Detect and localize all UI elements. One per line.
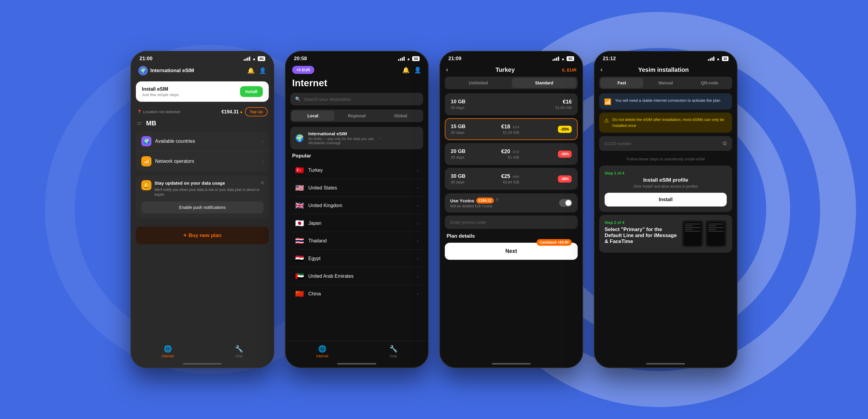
balance-topup-group: €194.31 ● Top Up <box>221 107 268 117</box>
tab-regional[interactable]: Regional <box>336 111 378 121</box>
warning-card: ⚠ Do not delete the eSIM after installat… <box>599 112 732 133</box>
question-icon[interactable]: ? <box>496 198 498 203</box>
phones-container: 21:00 ▲ 3G 🌍 International eSIM 🔔 👤 <box>130 51 738 368</box>
step2-card: Step 2 of 4 Select "Primary" for the Def… <box>599 215 732 253</box>
search-icon: 🔍 <box>295 96 301 102</box>
country-turkey[interactable]: 🇹🇷 Turkey › <box>290 162 423 179</box>
plan-20gb-price: €20 €32 €1 /GB <box>501 149 519 160</box>
mb-row: MB <box>131 118 274 131</box>
search-bar[interactable]: 🔍 Search your destination <box>290 93 423 105</box>
network-operators-label: Network operators <box>155 159 262 164</box>
country-thailand[interactable]: 🇹🇭 Thailand › <box>290 232 423 250</box>
esim-global-item[interactable]: 🌍 International eSIM No limits — pay onl… <box>290 127 423 149</box>
p1-menu: 🌍 Available countries › 📶 Network operat… <box>136 131 269 171</box>
country-uk[interactable]: 🇬🇧 United Kingdom › <box>290 197 423 214</box>
tab-bar-1: 🌐 Internet 🔧 Help <box>131 341 274 361</box>
tab-fast[interactable]: Fast <box>600 78 643 88</box>
ycoins-label-wrap: Use Ycoins €194.31 ? <box>450 197 498 203</box>
p1-header-icons: 🔔 👤 <box>247 67 267 74</box>
ycoins-info: Use Ycoins €194.31 ? Will be debited €18… <box>450 197 498 208</box>
network-badge-3: 3G <box>567 56 574 61</box>
p1-app-title: International eSIM <box>150 68 194 74</box>
status-icons-1: ▲ 3G <box>244 56 265 61</box>
signal-icon-2 <box>398 57 405 61</box>
toggle-switch[interactable] <box>559 199 572 207</box>
tab-manual[interactable]: Manual <box>644 78 687 88</box>
install-esim-card: Install eSIM Just few simple steps Insta… <box>136 82 269 102</box>
copy-icon[interactable]: ⧉ <box>723 140 727 147</box>
chevron-thailand: › <box>417 238 418 243</box>
bell-icon-2[interactable]: 🔔 <box>402 66 410 74</box>
plan-30gb[interactable]: 30 GB 30 days €25 €48 €0.84 /GB -48% <box>445 168 578 190</box>
buy-new-plan-button[interactable]: Buy new plan <box>136 227 269 244</box>
discount-25: -25% <box>558 126 572 133</box>
tab-internet-2[interactable]: 🌐 Internet <box>316 345 328 358</box>
chevron-us: › <box>417 186 418 190</box>
available-countries-item[interactable]: 🌍 Available countries › <box>136 131 269 152</box>
location-text: 📍 Location not detected <box>137 109 180 114</box>
notif-title: Stay updated on your data usage <box>154 180 264 186</box>
tab-bar-2: 🌐 Internet 🔧 Help <box>285 341 428 361</box>
country-china[interactable]: 🇨🇳 China › <box>290 286 423 302</box>
step1-desc: Click 'Install' and allow access to prof… <box>604 184 727 189</box>
tab-local[interactable]: Local <box>291 111 334 121</box>
plan-details-title: Plan details <box>440 229 583 239</box>
tab-standard[interactable]: Standard <box>512 78 577 88</box>
tab-unlimited[interactable]: Unlimited <box>446 78 510 88</box>
bell-icon[interactable]: 🔔 <box>247 67 255 74</box>
step1-card: Step 1 of 4 Install eSIM profile Click '… <box>599 165 732 212</box>
step1-install-button[interactable]: Install <box>604 193 727 206</box>
close-notification-button[interactable]: ✕ <box>260 180 265 186</box>
tab-internet-1[interactable]: 🌐 Internet <box>162 345 174 358</box>
tab-global[interactable]: Global <box>379 111 422 121</box>
home-indicator-1 <box>183 363 222 364</box>
country-us[interactable]: 🇺🇸 United States › <box>290 180 423 197</box>
country-egypt[interactable]: 🇪🇬 Egypt › <box>290 250 423 267</box>
profile-icon[interactable]: 👤 <box>259 67 267 74</box>
notif-content: Stay updated on your data usage We'll no… <box>154 180 264 197</box>
promo-code-input[interactable]: Enter promo code <box>445 216 578 229</box>
tab-help-1[interactable]: 🔧 Help <box>235 345 243 358</box>
esim-title: International eSIM <box>308 131 375 136</box>
globe-menu-icon: 🌍 <box>141 136 151 147</box>
step1-title: Install eSIM profile <box>604 177 727 183</box>
network-operators-item[interactable]: 📶 Network operators › <box>136 152 269 171</box>
internet-tab-label: Internet <box>162 354 174 358</box>
step2-screenshot-2 <box>705 220 727 247</box>
ycoins-toggle[interactable] <box>559 199 572 207</box>
yesim-title: Yesim installation <box>602 66 724 73</box>
esim-subtitle: No limits — pay only for the data you us… <box>308 137 375 141</box>
plan-15gb[interactable]: 15 GB 30 days €18 €24 €1.20 /GB -25% <box>445 118 578 140</box>
back-button-4[interactable]: ‹ <box>600 66 602 74</box>
plan-10gb-price: €16 €1.60 /GB <box>556 99 572 110</box>
notif-header: 🔔 Stay updated on your data usage We'll … <box>141 180 264 197</box>
plan-20gb[interactable]: 20 GB 30 days €20 €32 €1 /GB -38% <box>445 143 578 165</box>
popular-country-list: 🇹🇷 Turkey › 🇺🇸 United States › 🇬🇧 United… <box>285 162 428 302</box>
plan-10gb[interactable]: 10 GB 30 days €16 €1.60 /GB <box>445 93 578 115</box>
back-button-3[interactable]: ‹ <box>446 66 448 74</box>
enable-notifications-button[interactable]: Enable push notifications <box>141 201 264 214</box>
iccid-label[interactable]: ICCID number <box>604 141 631 146</box>
tab-qrcode[interactable]: QR-code <box>688 78 731 88</box>
plan-15gb-price: €18 €24 €1.20 /GB <box>501 124 519 135</box>
topup-button[interactable]: Top Up <box>245 107 268 117</box>
p2-header-icons: 🔔 👤 <box>402 66 422 74</box>
plan-10gb-info: 10 GB 30 days <box>451 99 465 110</box>
location-label: 📍 Location not detected <box>137 109 180 114</box>
chevron-right-icon: › <box>262 139 264 144</box>
profile-icon-2[interactable]: 👤 <box>414 66 422 74</box>
time-3: 21:09 <box>448 56 461 62</box>
install-text: Install eSIM Just few simple steps <box>142 87 179 97</box>
wifi-icon-4: ▲ <box>716 57 720 61</box>
install-button[interactable]: Install <box>240 86 263 97</box>
chevron-uk: › <box>417 203 418 208</box>
step2-screenshot-1 <box>682 220 703 247</box>
country-uae[interactable]: 🇦🇪 United Arab Emirates › <box>290 268 423 285</box>
discount-48: -48% <box>558 175 572 183</box>
tab-help-2[interactable]: 🔧 Help <box>390 345 398 358</box>
next-btn-wrap: Cashback +€0.90 Next <box>445 243 578 260</box>
country-japan[interactable]: 🇯🇵 Japan › <box>290 215 423 232</box>
p1-header: 🌍 International eSIM 🔔 👤 <box>131 64 274 79</box>
wifi-info-icon: 📶 <box>604 98 612 105</box>
help-tab-label: Help <box>235 354 243 358</box>
